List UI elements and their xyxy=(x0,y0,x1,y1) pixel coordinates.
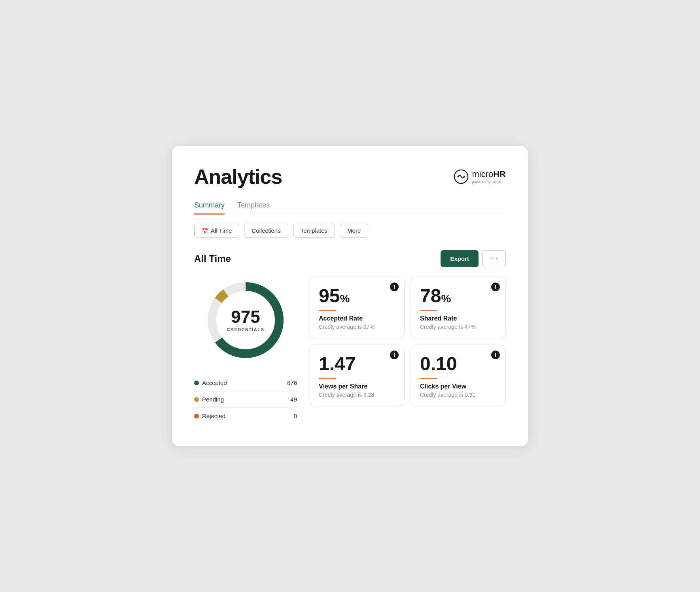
tab-templates[interactable]: Templates xyxy=(237,201,270,215)
stat-value-views-per-share: 1.47 xyxy=(319,354,395,375)
calendar-icon: 📅 xyxy=(202,228,208,234)
legend-item-accepted: Accepted 876 xyxy=(194,375,297,391)
info-icon-clicks-per-view[interactable]: i xyxy=(491,351,500,359)
legend-item-pending: Pending 49 xyxy=(194,391,297,408)
stat-sub-clicks-per-view: Credly average is 0.31 xyxy=(420,392,497,398)
stats-grid: i 95% Accepted Rate Credly average is 67… xyxy=(310,277,506,406)
legend-value-pending: 49 xyxy=(290,396,297,403)
main-content: 975 CREDENTIALS Accepted 876 Pending xyxy=(194,277,506,424)
stat-card-accepted-rate: i 95% Accepted Rate Credly average is 67… xyxy=(310,277,405,338)
legend-label-accepted: Accepted xyxy=(202,379,227,386)
analytics-card: Analytics microHR powered by HKCP Summar… xyxy=(172,146,528,447)
info-icon-accepted-rate[interactable]: i xyxy=(390,283,399,291)
stat-sub-shared-rate: Credly average is 47% xyxy=(420,324,497,330)
svg-point-1 xyxy=(458,176,459,177)
legend-dot-pending xyxy=(194,397,199,402)
stat-sub-views-per-share: Credly average is 3.28 xyxy=(319,392,395,398)
section-title: All Time xyxy=(194,253,231,264)
stat-name-accepted-rate: Accepted Rate xyxy=(319,315,395,322)
stat-card-clicks-per-view: i 0.10 Clicks per View Credly average is… xyxy=(411,345,506,406)
logo-name: microHR xyxy=(472,169,506,179)
section-header: All Time Export ··· xyxy=(194,250,506,267)
legend-label-pending: Pending xyxy=(202,396,224,403)
more-options-button[interactable]: ··· xyxy=(482,250,506,267)
stat-card-views-per-share: i 1.47 Views per Share Credly average is… xyxy=(310,345,405,406)
legend-label-rejected: Rejected xyxy=(202,413,225,419)
stat-name-shared-rate: Shared Rate xyxy=(420,315,497,322)
legend-value-accepted: 876 xyxy=(287,379,297,386)
info-icon-shared-rate[interactable]: i xyxy=(491,283,500,291)
section-actions: Export ··· xyxy=(441,250,506,267)
donut-center: 975 CREDENTIALS xyxy=(227,308,265,332)
stat-name-views-per-share: Views per Share xyxy=(319,383,395,390)
stat-underline-accepted-rate xyxy=(319,310,336,311)
stat-underline-clicks-per-view xyxy=(420,378,437,379)
stat-card-shared-rate: i 78% Shared Rate Credly average is 47% xyxy=(411,277,506,338)
donut-chart: 975 CREDENTIALS xyxy=(202,277,289,364)
page-title: Analytics xyxy=(194,165,282,189)
donut-number: 975 xyxy=(227,308,265,326)
donut-label: CREDENTIALS xyxy=(227,327,265,332)
filters-row: 📅 All Time Collections Templates More xyxy=(194,224,506,238)
stat-sub-accepted-rate: Credly average is 67% xyxy=(319,324,395,330)
legend: Accepted 876 Pending 49 Rejected xyxy=(194,375,297,424)
legend-item-rejected: Rejected 0 xyxy=(194,408,297,424)
logo-sub: powered by HKCP xyxy=(472,180,506,184)
logo-icon xyxy=(454,169,469,184)
logo: microHR powered by HKCP xyxy=(454,169,506,184)
filter-templates[interactable]: Templates xyxy=(293,224,335,238)
left-panel: 975 CREDENTIALS Accepted 876 Pending xyxy=(194,277,297,424)
stat-underline-views-per-share xyxy=(319,378,336,379)
legend-dot-rejected xyxy=(194,414,199,419)
filter-more[interactable]: More xyxy=(340,224,368,238)
svg-point-2 xyxy=(464,176,465,177)
info-icon-views-per-share[interactable]: i xyxy=(390,351,399,359)
stat-name-clicks-per-view: Clicks per View xyxy=(420,383,497,390)
legend-value-rejected: 0 xyxy=(294,413,297,419)
legend-dot-accepted xyxy=(194,381,199,385)
stat-value-clicks-per-view: 0.10 xyxy=(420,354,497,375)
export-button[interactable]: Export xyxy=(441,250,479,267)
filter-collections[interactable]: Collections xyxy=(244,224,288,238)
filter-all-time[interactable]: 📅 All Time xyxy=(194,224,239,238)
stat-value-shared-rate: 78% xyxy=(420,286,497,307)
tab-summary[interactable]: Summary xyxy=(194,201,225,215)
stat-value-accepted-rate: 95% xyxy=(319,286,395,307)
page-header: Analytics microHR powered by HKCP xyxy=(194,165,506,189)
stat-underline-shared-rate xyxy=(420,310,437,311)
tabs-nav: Summary Templates xyxy=(194,201,506,215)
logo-text-wrap: microHR powered by HKCP xyxy=(472,169,506,184)
